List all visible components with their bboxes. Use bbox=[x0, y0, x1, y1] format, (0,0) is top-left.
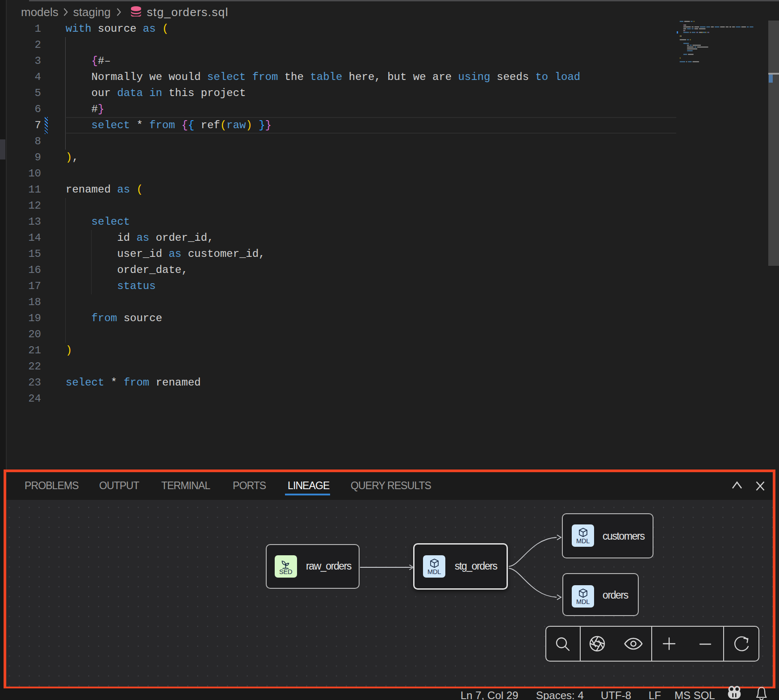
svg-text:MDL: MDL bbox=[576, 598, 590, 605]
svg-text:MDL: MDL bbox=[427, 568, 441, 575]
svg-text:SED: SED bbox=[279, 568, 292, 575]
svg-text:MDL: MDL bbox=[576, 537, 590, 545]
